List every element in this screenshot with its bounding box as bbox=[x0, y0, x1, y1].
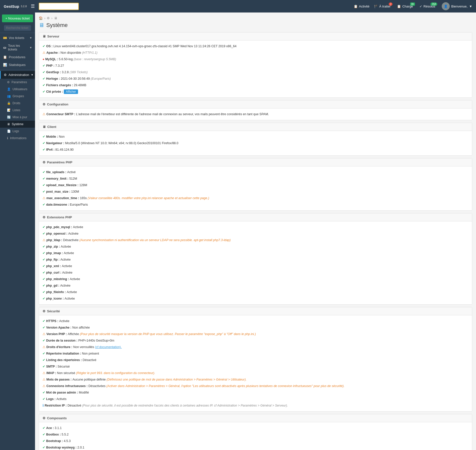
sidebar-item-vos-tickets[interactable]: 🎫 Vos tickets ▼ bbox=[0, 34, 35, 42]
php-ext-header-text: Extensions PHP bbox=[47, 215, 72, 219]
status-icon: ✔ bbox=[43, 170, 45, 174]
info-icon: ℹ bbox=[7, 136, 8, 140]
list-item: ✔ date.timezone : Europe/Paris bbox=[43, 201, 468, 208]
topnav-search-input[interactable] bbox=[39, 3, 79, 10]
configuration-body: ⚠ Connecteur SMTP : L'adresse mail de l'… bbox=[39, 108, 472, 120]
list-item: ⚠ Droits d'écriture : Non verrouillés (c… bbox=[43, 344, 468, 350]
list-item: ✔ php_gd : Activée bbox=[43, 282, 468, 289]
hamburger-icon[interactable]: ☰ bbox=[30, 2, 36, 10]
list-item: ✔ php_iconv : Activée bbox=[43, 295, 468, 302]
new-ticket-button[interactable]: + Nouveau ticket bbox=[2, 14, 33, 22]
list-item: ✔ php_openssl : Activée bbox=[43, 230, 468, 237]
php-extensions-header: ⚙ Extensions PHP bbox=[39, 213, 472, 221]
activite-label: Activité bbox=[359, 4, 369, 8]
sidebar-search-input[interactable] bbox=[4, 25, 31, 31]
status-icon: ⚠ bbox=[43, 345, 46, 349]
page-title-text: Système bbox=[46, 22, 68, 28]
list-item: ✔ Ace : 3.1.1 bbox=[43, 425, 468, 431]
procedures-icon: 📋 bbox=[3, 55, 7, 59]
status-icon: ✔ bbox=[43, 391, 45, 394]
list-item: ✔ php_ftp : Activée bbox=[43, 256, 468, 263]
securite-header: ⚙ Sécurité bbox=[39, 307, 472, 315]
sidebar-item-utilisateurs[interactable]: 👤 Utilisateurs bbox=[0, 86, 35, 93]
list-item: ✔ upload_max_filesize : 128M bbox=[43, 182, 468, 188]
composants-header: ⚙ Composants bbox=[39, 414, 472, 422]
client-card: 🖥 Client ✔ Mobile : Non ✔ Navigateur : M… bbox=[39, 123, 472, 156]
activity-icon: 📋 bbox=[354, 4, 358, 8]
sidebar-item-tous-tickets[interactable]: 🎟 Tous les tickets ▼ bbox=[0, 42, 35, 53]
list-item: ✔ SMTP : Sécurisé bbox=[43, 363, 468, 370]
breadcrumb-admin-icon[interactable]: ⚙ bbox=[47, 16, 50, 20]
list-item: ⚠ php_ldap : Désactivée (Aucune synchron… bbox=[43, 237, 468, 243]
status-icon: ⚠ bbox=[43, 378, 46, 381]
charge-button[interactable]: 📋 Charge 0h bbox=[397, 4, 413, 8]
list-item: ⚠ Connexions infructueuses : Désactivées… bbox=[43, 383, 468, 389]
sidebar-label-statistiques: Statistiques bbox=[9, 63, 26, 67]
status-icon: ⚠ bbox=[43, 332, 46, 336]
sidebar-item-procedures[interactable]: 📋 Procédures bbox=[0, 53, 35, 61]
status-icon: ✔ bbox=[43, 70, 45, 74]
list-item: ⚠ Apache : Non disponible (HTTP/1.1) bbox=[43, 49, 468, 56]
sidebar-item-administration[interactable]: ⚙ Administration ▼ bbox=[0, 71, 35, 79]
sidebar-item-parametres[interactable]: ⚙ Paramètres bbox=[0, 79, 35, 86]
sidebar-search-container bbox=[2, 24, 33, 32]
list-item: ✔ php_pdo_mysql : Activée bbox=[43, 224, 468, 230]
sidebar-item-groupes[interactable]: 👥 Groupes bbox=[0, 93, 35, 100]
sidebar-item-miseajour[interactable]: 🔄 Mise à jour bbox=[0, 114, 35, 121]
list-item: ✔ Répertoire installation : Non présent bbox=[43, 350, 468, 357]
home-icon[interactable]: 🏠 bbox=[39, 16, 43, 20]
sidebar-item-statistiques[interactable]: 📊 Statistiques bbox=[0, 61, 35, 69]
status-icon: ✔ bbox=[43, 339, 45, 342]
client-body: ✔ Mobile : Non ✔ Navigateur : Mozilla/5.… bbox=[39, 131, 472, 155]
resolus-badge: 358 bbox=[430, 2, 437, 6]
charge-tag: 0h bbox=[410, 2, 415, 6]
afficher-button[interactable]: Afficher bbox=[64, 89, 78, 94]
list-item: ⚠ Connecteur SMTP : L'adresse mail de l'… bbox=[43, 111, 468, 117]
status-icon: ✔ bbox=[43, 284, 45, 287]
page-title-icon: 🖥 bbox=[39, 22, 44, 28]
breadcrumb-system-icon[interactable]: 🖥 bbox=[54, 16, 57, 20]
status-icon: ✔ bbox=[43, 225, 45, 229]
resolus-button[interactable]: ✓ Résolus 358 bbox=[419, 4, 435, 8]
list-item: ● MySQL : 5.6.50-log (base : revertyswrg… bbox=[43, 56, 468, 62]
sidebar-label-utilisateurs: Utilisateurs bbox=[13, 87, 27, 91]
doc-link[interactable]: (cf documentation). bbox=[95, 345, 122, 349]
list-item: ✔ file_uploads : Activé bbox=[43, 169, 468, 175]
sidebar-item-droits[interactable]: 🔒 Droits bbox=[0, 100, 35, 107]
list-item: ✔ IPv4 : 81.49.124.90 bbox=[43, 146, 468, 153]
brand: GestSup 3.2.8 bbox=[4, 4, 27, 8]
sidebar-label-procedures: Procédures bbox=[9, 55, 25, 59]
list-item: ℹ Restriction IP : Désactivé (Pour plus … bbox=[43, 402, 468, 409]
sidebar-label-listes: Listes bbox=[13, 108, 20, 112]
a-traiter-button[interactable]: 🏴 À traiter 2 bbox=[374, 4, 391, 8]
breadcrumb-sep: › bbox=[51, 16, 52, 20]
a-traiter-badge: 2 bbox=[389, 2, 393, 6]
list-item: ✔ php_fileinfo : Activée bbox=[43, 289, 468, 295]
update-icon: 🔄 bbox=[7, 115, 11, 119]
status-icon: ✔ bbox=[43, 264, 45, 268]
sidebar-item-logs[interactable]: 📄 Logs bbox=[0, 128, 35, 135]
sidebar-item-systeme[interactable]: 🖥 Système bbox=[0, 121, 35, 128]
status-icon: ✔ bbox=[43, 297, 45, 300]
sidebar-item-informations[interactable]: ℹ Informations bbox=[0, 135, 35, 142]
status-icon: ⚠ bbox=[43, 196, 46, 200]
status-icon: ✔ bbox=[43, 141, 45, 145]
list-item: ✔ php_imap : Activée bbox=[43, 250, 468, 256]
status-icon: ✔ bbox=[43, 245, 45, 248]
user-menu[interactable]: 👤 Bienvenue, ▼ bbox=[442, 2, 472, 10]
sidebar-label-droits: Droits bbox=[13, 101, 20, 105]
status-icon: ✔ bbox=[43, 77, 45, 80]
topnav: GestSup 3.2.8 ☰ 📋 Activité 🏴 À traiter 2… bbox=[0, 0, 476, 12]
sidebar-item-listes[interactable]: 📝 Listes bbox=[0, 107, 35, 114]
arrow-icon: ▼ bbox=[30, 46, 32, 49]
users-icon: 👥 bbox=[7, 94, 11, 98]
main-content: 🏠 › ⚙ › 🖥 🖥 Système 🖥 Serveur ✔ OS : Lin… bbox=[35, 12, 476, 450]
list-item: ✔ PHP : 7.3.27 bbox=[43, 62, 468, 69]
chevron-down-icon: ▼ bbox=[469, 4, 472, 8]
arrow-icon: ▼ bbox=[30, 36, 32, 39]
status-icon: ✔ bbox=[43, 83, 45, 87]
breadcrumb-sep: › bbox=[44, 16, 45, 20]
list-item: ⚠ Mots de passes : Aucune politique défi… bbox=[43, 376, 468, 383]
activite-button[interactable]: 📋 Activité bbox=[354, 4, 369, 8]
list-item: ⚠ IMAP : Non sécurisé (Régler le port 99… bbox=[43, 370, 468, 376]
